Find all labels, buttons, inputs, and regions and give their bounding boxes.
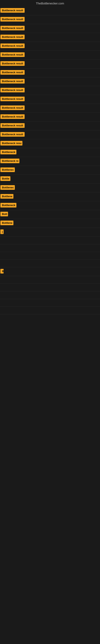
bottleneck-result-badge[interactable]: Bott — [0, 212, 8, 216]
list-item: Bottleneck result — [0, 95, 100, 104]
list-item: Bottleneck result — [0, 24, 100, 33]
bottleneck-result-badge[interactable]: Bottleneck result — [0, 8, 25, 13]
bottleneck-result-badge[interactable]: | — [0, 230, 3, 234]
list-item: Bottleneck result — [0, 77, 100, 86]
list-item: Bottleneck re — [0, 157, 100, 166]
list-item: Bottleneck result — [0, 113, 100, 122]
list-item: Bott — [0, 210, 100, 219]
list-item: Bottleneck result — [0, 33, 100, 42]
list-item — [0, 284, 100, 292]
list-item: Bottleneck result — [0, 6, 100, 15]
list-item: Bottlenec — [0, 166, 100, 175]
list-item — [0, 299, 100, 307]
bottleneck-result-badge[interactable]: Bottleneck result — [0, 96, 25, 101]
site-title: TheBottlenecker.com — [36, 2, 64, 5]
bottleneck-result-badge[interactable]: Bottleneck — [0, 150, 16, 154]
list-item: Bottleneck result — [0, 130, 100, 139]
list-item: B — [0, 267, 100, 276]
bottleneck-result-badge[interactable]: B — [0, 269, 3, 274]
list-item — [0, 252, 100, 260]
list-item: Bottleneck result — [0, 86, 100, 95]
list-item: Bottleneck resu — [0, 139, 100, 148]
bottleneck-result-badge[interactable]: Bottleneck result — [0, 26, 25, 30]
list-item — [0, 307, 100, 314]
list-item — [0, 244, 100, 252]
bottleneck-result-badge[interactable]: Bottleneck result — [0, 132, 25, 137]
bottleneck-result-badge[interactable]: Bottleneck result — [0, 123, 25, 128]
list-item: Bottleneck result — [0, 15, 100, 24]
list-item: Bottleneck — [0, 148, 100, 157]
list-item: Bottleneck result — [0, 122, 100, 130]
bottleneck-result-badge[interactable]: Bottleneck result — [0, 70, 25, 75]
bottleneck-result-badge[interactable]: Bottleneck re — [0, 158, 19, 163]
bottleneck-result-badge[interactable]: Bottleneck result — [0, 34, 25, 39]
list-item: | — [0, 228, 100, 237]
list-item: Bottleneck — [0, 201, 100, 210]
bottleneck-result-badge[interactable]: Bottlene — [0, 194, 13, 199]
bottleneck-result-badge[interactable]: Bottlenec — [0, 168, 15, 172]
bottleneck-result-badge[interactable]: Bottlenec — [0, 185, 15, 190]
list-item — [0, 260, 100, 267]
bottleneck-result-badge[interactable]: Bottlene — [0, 220, 13, 225]
list-item: Bottleneck result — [0, 60, 100, 68]
list-item: Bottleneck result — [0, 42, 100, 51]
bottleneck-result-badge[interactable]: Bottleneck result — [0, 52, 25, 57]
list-item: Bottle — [0, 175, 100, 184]
list-item: Bottlene — [0, 192, 100, 201]
bottleneck-result-badge[interactable]: Bottleneck result — [0, 17, 25, 22]
bottleneck-result-badge[interactable]: Bottleneck result — [0, 106, 25, 110]
bottleneck-result-badge[interactable]: Bottleneck result — [0, 88, 25, 92]
bottleneck-result-badge[interactable]: Bottleneck — [0, 203, 16, 208]
bottleneck-result-badge[interactable]: Bottleneck result — [0, 114, 25, 119]
list-item: Bottleneck result — [0, 68, 100, 77]
bottleneck-result-badge[interactable]: Bottleneck result — [0, 61, 25, 66]
bottleneck-result-badge[interactable]: Bottleneck result — [0, 44, 25, 48]
list-item: Bottlenec — [0, 184, 100, 192]
bottleneck-result-badge[interactable]: Bottleneck result — [0, 79, 25, 84]
site-header: TheBottlenecker.com — [0, 0, 100, 6]
list-item — [0, 237, 100, 244]
list-item: Bottleneck result — [0, 51, 100, 60]
list-item — [0, 276, 100, 284]
bottleneck-result-badge[interactable]: Bottleneck resu — [0, 141, 22, 146]
bottleneck-result-badge[interactable]: Bottle — [0, 176, 10, 181]
list-item — [0, 292, 100, 299]
list-item: Bottleneck result — [0, 104, 100, 113]
list-item: Bottlene — [0, 219, 100, 228]
